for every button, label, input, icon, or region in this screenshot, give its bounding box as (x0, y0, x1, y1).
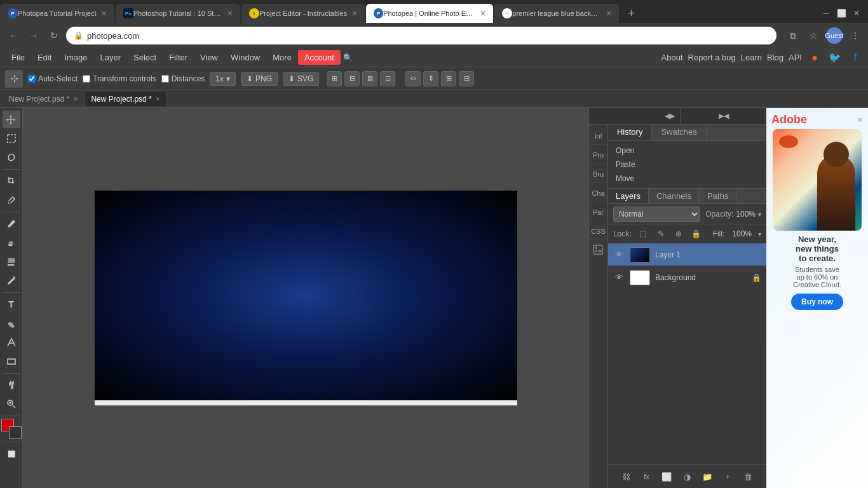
panel-pro-btn[interactable]: Pro (589, 146, 607, 164)
align-center-btn[interactable]: ⊟ (344, 71, 360, 86)
profile-button[interactable]: Guest (826, 27, 843, 44)
smudge-tool[interactable] (3, 315, 20, 332)
distribute-v-btn[interactable]: ⇕ (423, 71, 438, 86)
minimize-button[interactable]: ─ (820, 7, 832, 20)
zoom-tool[interactable] (3, 395, 20, 413)
transform-checkbox[interactable]: Transform controls (83, 74, 156, 83)
lock-transform-btn[interactable]: ⊕ (672, 227, 685, 240)
panel-inf-btn[interactable]: Inf (589, 127, 607, 145)
panel-bru-btn[interactable]: Bru (589, 165, 607, 183)
distribute-4-btn[interactable]: ⊟ (459, 71, 474, 86)
path-select-tool[interactable] (3, 334, 20, 351)
tab-close-4[interactable]: × (480, 8, 485, 18)
channels-tab[interactable]: Channels (649, 189, 700, 203)
doc-tab-1[interactable]: New Project.psd * × (3, 92, 85, 106)
align-left-btn[interactable]: ⊞ (327, 71, 342, 86)
ad-buy-btn[interactable]: Buy now (791, 294, 843, 310)
menu-select[interactable]: Select (127, 50, 163, 65)
align-bottom-btn[interactable]: ⊡ (380, 71, 395, 86)
panel-collapse-right[interactable]: ▶◀ (681, 108, 766, 124)
distribute-3-btn[interactable]: ⊞ (441, 71, 456, 86)
lock-pixels-btn[interactable]: ⬚ (637, 227, 649, 240)
search-button[interactable]: 🔍 (341, 50, 356, 65)
add-adjustment-btn[interactable]: ◑ (679, 469, 695, 484)
panel-collapse-left[interactable]: ◀▶ (589, 108, 680, 124)
fill-arrow-icon[interactable]: ▾ (758, 231, 761, 238)
brush-tool[interactable] (3, 215, 20, 233)
doc-tab-2[interactable]: New Project.psd * × (85, 92, 166, 106)
browser-tab-4[interactable]: P Photopea | Online Photo Edito... × (366, 4, 493, 23)
extensions-button[interactable]: ⧉ (785, 28, 801, 43)
menu-report-bug[interactable]: Report a bug (688, 53, 736, 62)
distances-checkbox[interactable]: Distances (161, 74, 205, 83)
bookmark-button[interactable]: ☆ (806, 28, 821, 43)
zoom-select[interactable]: 1x ▾ (210, 72, 236, 86)
align-right-btn[interactable]: ⊠ (362, 71, 377, 86)
facebook-icon[interactable]: f (848, 50, 863, 65)
png-export-btn[interactable]: ⬇ PNG (241, 72, 278, 86)
text-tool[interactable]: T (3, 295, 20, 313)
transform-input[interactable] (83, 75, 90, 83)
browser-tab-5[interactable]: G premier league blue backgrou... × (494, 4, 619, 23)
menu-blog[interactable]: Blog (767, 53, 783, 62)
distribute-h-btn[interactable]: ⇔ (405, 71, 421, 86)
history-item-paste[interactable]: Paste (608, 158, 766, 172)
menu-account[interactable]: Account (298, 50, 341, 65)
close-button[interactable]: ✕ (850, 7, 863, 20)
menu-image[interactable]: Image (58, 50, 93, 65)
reddit-icon[interactable]: ● (807, 50, 822, 65)
menu-edit[interactable]: Edit (31, 50, 58, 65)
back-button[interactable]: ← (5, 27, 22, 44)
browser-tab-3[interactable]: I Project Editor - Instructables × (241, 4, 365, 23)
menu-learn[interactable]: Learn (741, 53, 762, 62)
crop-tool[interactable] (3, 172, 20, 190)
tab-close-3[interactable]: × (352, 8, 357, 18)
lock-position-btn[interactable]: ✎ (654, 227, 667, 240)
menu-button[interactable]: ⋮ (848, 28, 863, 43)
move-tool-btn[interactable]: ⊹ (5, 70, 23, 88)
add-layer-btn[interactable]: + (720, 469, 735, 484)
menu-about[interactable]: About (661, 53, 683, 62)
panel-css-btn[interactable]: CSS (589, 222, 607, 240)
panel-par-btn[interactable]: Par (589, 203, 607, 221)
history-item-move[interactable]: Move (608, 172, 766, 186)
opacity-arrow-icon[interactable]: ▾ (758, 211, 761, 218)
menu-window[interactable]: Window (224, 50, 266, 65)
svg-export-btn[interactable]: ⬇ SVG (283, 72, 319, 86)
swatches-tab[interactable]: Swatches (652, 125, 706, 140)
menu-filter[interactable]: Filter (163, 50, 194, 65)
restore-button[interactable]: ⬜ (835, 7, 848, 20)
eyedropper-tool[interactable] (3, 191, 20, 209)
canvas[interactable] (95, 191, 517, 400)
history-tab-label[interactable]: History (608, 125, 652, 140)
distances-input[interactable] (161, 75, 169, 83)
delete-layer-btn[interactable]: 🗑 (740, 469, 756, 484)
layer-bg-visibility[interactable]: 👁 (613, 271, 626, 284)
browser-tab-2[interactable]: Ps Photoshop Tutorial : 10 Steps × (116, 4, 240, 23)
layers-tab[interactable]: Layers (608, 189, 649, 203)
add-group-btn[interactable]: 📁 (700, 469, 715, 484)
tab-close-5[interactable]: × (606, 8, 611, 18)
fill-tool[interactable] (3, 253, 20, 271)
pan-tool[interactable] (3, 376, 20, 394)
panel-cha-btn[interactable]: Cha (589, 184, 607, 202)
panel-img-icon[interactable] (589, 244, 607, 255)
background-color[interactable] (9, 426, 22, 439)
address-bar[interactable]: 🔒 photopea.com (66, 27, 776, 44)
twitter-icon[interactable]: 🐦 (827, 50, 843, 65)
doc-tab-close-1[interactable]: × (73, 95, 78, 104)
canvas-area[interactable] (23, 108, 588, 488)
history-item-open[interactable]: Open (608, 144, 766, 158)
lock-all-btn[interactable]: 🔒 (690, 227, 703, 240)
pen-tool[interactable] (3, 272, 20, 290)
blend-mode-select[interactable]: Normal Multiply Screen Overlay (613, 207, 700, 222)
browser-tab-1[interactable]: P Photopea Tutorial Project × (0, 4, 114, 23)
marquee-tool[interactable] (3, 130, 20, 147)
tab-close-2[interactable]: × (227, 8, 233, 18)
forward-button[interactable]: → (25, 27, 42, 44)
add-mask-btn[interactable]: ⬜ (659, 469, 674, 484)
layer-1-visibility[interactable]: 👁 (613, 248, 626, 261)
menu-layer[interactable]: Layer (94, 50, 128, 65)
eraser-tool[interactable] (3, 234, 20, 252)
color-swatch[interactable] (1, 419, 22, 439)
